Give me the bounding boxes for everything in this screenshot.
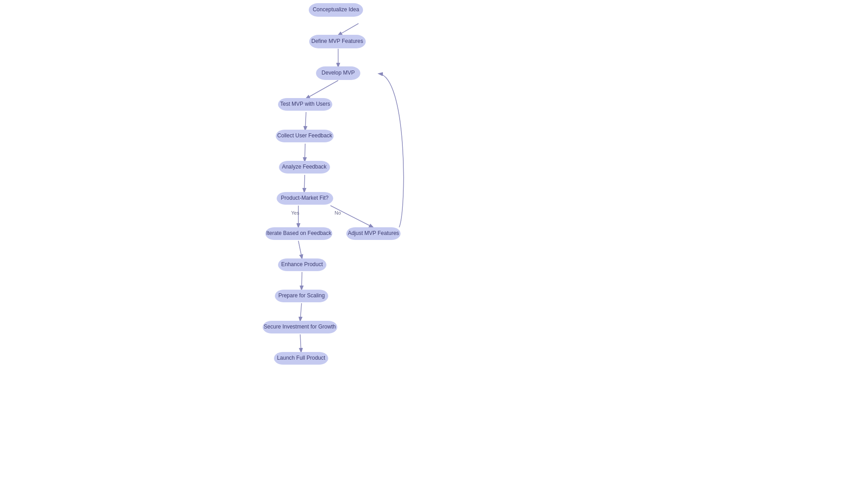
arrow-adjust-develop (379, 74, 404, 227)
label-adjust: Adjust MVP Features (348, 230, 399, 236)
label-analyze: Analyze Feedback (282, 164, 327, 170)
no-label: No (335, 210, 341, 216)
label-conceptualize: Conceptualize Idea (313, 6, 359, 13)
label-test: Test MVP with Users (280, 101, 330, 107)
arrow-analyze-pmfit (304, 175, 305, 192)
label-develop: Develop MVP (321, 70, 354, 76)
label-launch: Launch Full Product (277, 355, 326, 361)
label-define: Define MVP Features (311, 38, 363, 44)
arrow-conceptualize-define (338, 23, 359, 35)
arrow-test-collect (305, 112, 306, 130)
label-collect: Collect User Feedback (277, 132, 332, 139)
label-iterate: Iterate Based on Feedback (266, 230, 332, 236)
label-enhance: Enhance Product (281, 261, 323, 267)
label-pmfit: Product-Market Fit? (281, 195, 329, 201)
flowchart-container: Yes No Conceptualize Idea Define MVP Fea… (0, 0, 868, 488)
arrow-enhance-prepare (302, 272, 302, 290)
arrow-prepare-secure (300, 303, 302, 321)
arrow-secure-launch (300, 334, 301, 352)
label-prepare: Prepare for Scaling (278, 292, 325, 299)
arrow-iterate-enhance (298, 241, 302, 258)
arrow-collect-analyze (305, 144, 305, 161)
label-secure: Secure Investment for Growth (264, 324, 335, 330)
arrow-pmfit-adjust (330, 206, 373, 227)
arrow-develop-test (306, 80, 338, 99)
yes-label: Yes (291, 210, 299, 216)
